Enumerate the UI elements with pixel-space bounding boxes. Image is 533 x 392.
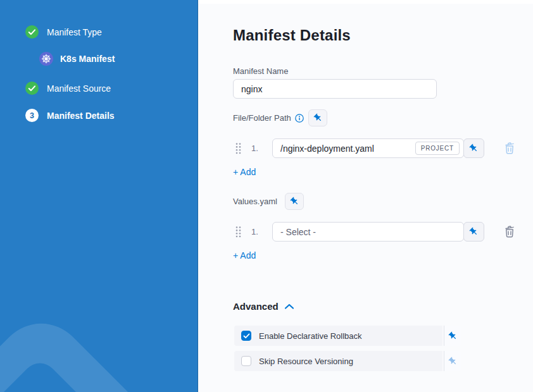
pin-icon xyxy=(446,354,459,367)
project-scope-badge: PROJECT xyxy=(415,142,460,155)
sidebar-step-manifest-source[interactable]: Manifest Source xyxy=(25,82,111,95)
step-label: Manifest Source xyxy=(47,83,111,94)
check-circle-icon xyxy=(25,82,39,95)
add-values-yaml-link[interactable]: + Add xyxy=(233,250,256,260)
substep-label: K8s Manifest xyxy=(60,54,115,64)
values-yaml-label-row: Values.yaml xyxy=(233,197,277,206)
row-index: 1. xyxy=(251,227,261,236)
step-label: Manifest Details xyxy=(47,111,115,121)
page-title: Manifest Details xyxy=(233,27,351,44)
values-yaml-row-runtime-pin-button[interactable] xyxy=(463,222,484,242)
file-path-runtime-pin-button[interactable] xyxy=(463,138,484,158)
add-file-path-link[interactable]: + Add xyxy=(233,167,256,177)
check-circle-icon xyxy=(25,25,39,39)
file-folder-path-label: File/Folder Path xyxy=(233,113,291,123)
wizard-step-sidebar: Manifest Type K8s Manifest xyxy=(0,0,198,392)
pin-icon xyxy=(446,329,459,342)
sidebar-substep-k8s-manifest[interactable]: K8s Manifest xyxy=(39,52,115,66)
option-bar[interactable]: Enable Declarative Rollback xyxy=(234,326,442,346)
manifest-details-panel: Manifest Details Manifest Name File/Fold… xyxy=(198,0,533,392)
drag-handle-icon[interactable] xyxy=(235,143,241,154)
chevron-up-icon xyxy=(284,303,294,310)
step-number-badge: 3 xyxy=(25,109,39,122)
delete-row-button[interactable] xyxy=(503,142,516,155)
sidebar-step-manifest-details[interactable]: 3 Manifest Details xyxy=(25,109,115,122)
pin-icon xyxy=(311,111,324,125)
option-label: Skip Resource Versioning xyxy=(259,357,353,366)
declarative-rollback-checkbox[interactable] xyxy=(241,331,251,341)
option-label: Enable Declarative Rollback xyxy=(259,331,362,341)
sidebar-step-manifest-type[interactable]: Manifest Type xyxy=(25,25,102,39)
values-yaml-select[interactable] xyxy=(272,222,464,242)
file-path-row: 1. PROJECT xyxy=(235,138,516,158)
manifest-name-label: Manifest Name xyxy=(233,66,288,76)
option-row-skip-resource-versioning[interactable]: Skip Resource Versioning xyxy=(234,351,461,371)
manifest-wizard: Manifest Type K8s Manifest xyxy=(0,0,533,392)
step-label: Manifest Type xyxy=(47,27,102,37)
advanced-section-toggle[interactable]: Advanced xyxy=(233,301,294,312)
file-folder-path-runtime-pin-button[interactable] xyxy=(308,109,327,126)
values-yaml-runtime-pin-button[interactable] xyxy=(285,193,304,210)
drag-handle-icon[interactable] xyxy=(235,226,241,238)
row-index: 1. xyxy=(251,144,261,153)
skip-resource-versioning-runtime-pin-button[interactable] xyxy=(444,351,461,371)
advanced-label: Advanced xyxy=(233,301,279,312)
kubernetes-icon xyxy=(39,52,53,66)
delete-row-button[interactable] xyxy=(503,225,516,238)
values-yaml-label: Values.yaml xyxy=(233,197,277,206)
values-yaml-row: 1. xyxy=(235,222,516,242)
info-icon[interactable] xyxy=(295,114,304,123)
option-row-declarative-rollback[interactable]: Enable Declarative Rollback xyxy=(234,326,461,346)
skip-resource-versioning-checkbox[interactable] xyxy=(241,356,251,366)
file-folder-path-label-row: File/Folder Path xyxy=(233,113,304,123)
pin-icon xyxy=(467,225,480,238)
pin-icon xyxy=(467,142,480,155)
declarative-rollback-runtime-pin-button[interactable] xyxy=(444,326,461,346)
manifest-name-input[interactable] xyxy=(233,79,437,99)
option-bar[interactable]: Skip Resource Versioning xyxy=(234,351,442,371)
pin-icon xyxy=(287,195,301,208)
